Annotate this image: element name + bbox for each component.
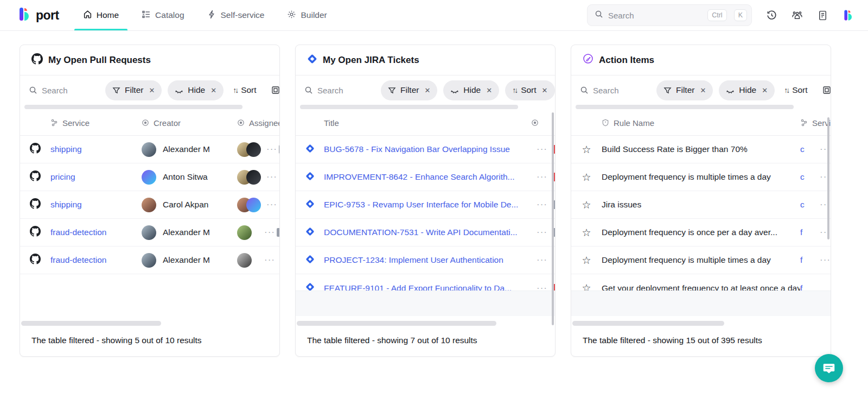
table-row[interactable]: shipping Carol Akpan ··· [20, 191, 279, 219]
ticket-link[interactable]: EPIC-9753 - Revamp User Interface for Mo… [324, 200, 531, 210]
tab-home[interactable]: Home [82, 0, 120, 30]
card1-search-input[interactable]: Search [29, 86, 99, 95]
clipped-table-row[interactable]: FEATURE-9101 - Add Export Functionality … [296, 274, 555, 290]
ticket-link[interactable]: FEATURE-9101 - Add Export Functionality … [324, 283, 531, 291]
card2-bottom-scrollbar[interactable] [296, 321, 555, 327]
table-row[interactable]: ☆ Deployment frequency is multiple times… [571, 163, 831, 191]
ticket-link[interactable]: PROJECT-1234: Implement User Authenticat… [324, 255, 531, 265]
members-icon[interactable] [792, 10, 803, 21]
card1-hide-chip[interactable]: Hide ✕ [168, 80, 224, 100]
row-more-button[interactable]: ··· [537, 283, 547, 291]
service-link[interactable]: shipping [50, 144, 142, 154]
ticket-link[interactable]: IMPROVEMENT-8642 - Enhance Search Algori… [324, 172, 531, 182]
table-row[interactable]: fraud-detection Alexander M ··· [20, 247, 279, 274]
service-link[interactable]: fraud-detection [50, 255, 142, 265]
col-creator[interactable]: Creator [142, 118, 237, 128]
card3-sort-button[interactable]: ↑↓ Sort [784, 85, 807, 95]
card1-top-scrollbar[interactable] [20, 105, 279, 110]
global-search-input[interactable]: Search Ctrl K [587, 4, 752, 26]
table-row[interactable]: ☆ Jira issues c ··· [571, 191, 831, 219]
tab-builder-label: Builder [301, 10, 327, 20]
row-more-button[interactable]: ··· [537, 199, 547, 210]
col-clipped[interactable] [531, 119, 547, 127]
card2-search-input[interactable]: Search [304, 86, 375, 95]
port-mark-icon[interactable] [843, 10, 854, 21]
card1-filter-chip[interactable]: Filter ✕ [105, 80, 162, 100]
card2-sort-chip[interactable]: ↑↓ Sort ✕ [505, 80, 554, 100]
service-link[interactable]: f [800, 283, 809, 291]
table-row[interactable]: fraud-detection Alexander M ··· [20, 219, 279, 247]
table-row[interactable]: DOCUMENTATION-7531 - Write API Documenta… [296, 219, 555, 247]
table-row[interactable]: ☆ Build Success Rate is Bigger than 70% … [571, 136, 831, 163]
star-icon[interactable]: ☆ [582, 200, 591, 210]
row-more-button[interactable]: ··· [266, 172, 277, 182]
row-more-button[interactable]: ··· [537, 144, 547, 155]
tab-builder[interactable]: Builder [286, 0, 328, 30]
card1-filter-close-icon[interactable]: ✕ [149, 86, 155, 94]
star-icon[interactable]: ☆ [582, 172, 591, 182]
card1-bottom-scrollbar[interactable] [20, 321, 279, 327]
card3-top-scrollbar[interactable] [571, 105, 831, 110]
card2-hide-chip[interactable]: Hide ✕ [443, 80, 499, 100]
table-row[interactable]: IMPROVEMENT-8642 - Enhance Search Algori… [296, 163, 555, 191]
tab-self-service[interactable]: Self-service [206, 0, 266, 30]
star-icon[interactable]: ☆ [582, 255, 591, 266]
card2-hide-close-icon[interactable]: ✕ [486, 86, 492, 94]
card1-group-button[interactable]: Group [271, 85, 279, 95]
star-icon[interactable]: ☆ [582, 144, 591, 155]
card1-sort-button[interactable]: ↑↓ Sort [233, 85, 256, 95]
table-row[interactable]: ☆ Deployment frequency is once per a day… [571, 219, 831, 247]
clipped-table-row[interactable]: ☆ Get your deployment frequency to at le… [571, 274, 831, 290]
docs-icon[interactable] [817, 10, 828, 21]
col-assignee[interactable]: Assignee [237, 118, 280, 128]
ticket-link[interactable]: BUG-5678 - Fix Navigation Bar Overlappin… [324, 144, 531, 154]
card3-filter-close-icon[interactable]: ✕ [700, 86, 706, 94]
card2-vertical-scrollbar[interactable] [552, 112, 554, 325]
service-link[interactable]: c [800, 144, 809, 154]
col-title[interactable]: Title [324, 118, 531, 128]
star-icon[interactable]: ☆ [582, 283, 591, 290]
col-service-clipped[interactable]: Service [800, 118, 809, 128]
history-icon[interactable] [766, 10, 777, 21]
table-row[interactable]: BUG-5678 - Fix Navigation Bar Overlappin… [296, 136, 555, 163]
row-more-button[interactable]: ··· [537, 227, 547, 238]
table-row[interactable]: EPIC-9753 - Revamp User Interface for Mo… [296, 191, 555, 219]
table-row[interactable]: ☆ Deployment frequency is multiple times… [571, 247, 831, 274]
chat-launcher-button[interactable] [815, 354, 843, 382]
card3-filter-chip[interactable]: Filter ✕ [656, 80, 713, 100]
card3-search-input[interactable]: Search [580, 86, 650, 95]
row-more-button[interactable]: ··· [266, 199, 277, 210]
table-row[interactable]: shipping Alexander M ··· [20, 136, 279, 163]
service-link[interactable]: c [800, 172, 809, 182]
table-row[interactable]: pricing Anton Sitwa ··· [20, 163, 279, 191]
card3-hide-chip[interactable]: Hide ✕ [719, 80, 775, 100]
table-row[interactable]: PROJECT-1234: Implement User Authenticat… [296, 247, 555, 274]
card2-filter-close-icon[interactable]: ✕ [424, 86, 430, 94]
service-link[interactable]: f [800, 255, 809, 265]
card2-top-scrollbar[interactable] [296, 105, 555, 110]
service-link[interactable]: shipping [50, 200, 142, 210]
star-icon[interactable]: ☆ [582, 228, 591, 238]
card3-hide-close-icon[interactable]: ✕ [762, 86, 768, 94]
row-more-button[interactable]: ··· [537, 172, 547, 182]
service-link[interactable]: pricing [50, 172, 142, 182]
card3-vertical-scrollbar[interactable] [827, 117, 829, 239]
row-more-button[interactable]: ··· [266, 144, 277, 155]
ticket-link[interactable]: DOCUMENTATION-7531 - Write API Documenta… [324, 228, 531, 237]
card3-group-button[interactable]: Group [822, 85, 831, 95]
row-more-button[interactable]: ··· [264, 227, 275, 238]
service-link[interactable]: fraud-detection [50, 228, 142, 237]
row-more-button[interactable]: ··· [537, 255, 547, 266]
col-service[interactable]: Service [50, 118, 142, 128]
service-link[interactable]: c [800, 200, 809, 210]
service-link[interactable]: f [800, 228, 809, 237]
card2-filter-chip[interactable]: Filter ✕ [381, 80, 437, 100]
row-more-button[interactable]: ··· [264, 255, 275, 266]
card2-sort-close-icon[interactable]: ✕ [542, 86, 548, 94]
port-logo[interactable]: port [18, 0, 59, 30]
col-rule-name[interactable]: Rule Name [602, 118, 800, 128]
row-more-button[interactable]: ··· [820, 255, 831, 266]
tab-catalog[interactable]: Catalog [141, 0, 185, 30]
card3-bottom-scrollbar[interactable] [571, 321, 831, 327]
card1-hide-close-icon[interactable]: ✕ [210, 86, 216, 94]
